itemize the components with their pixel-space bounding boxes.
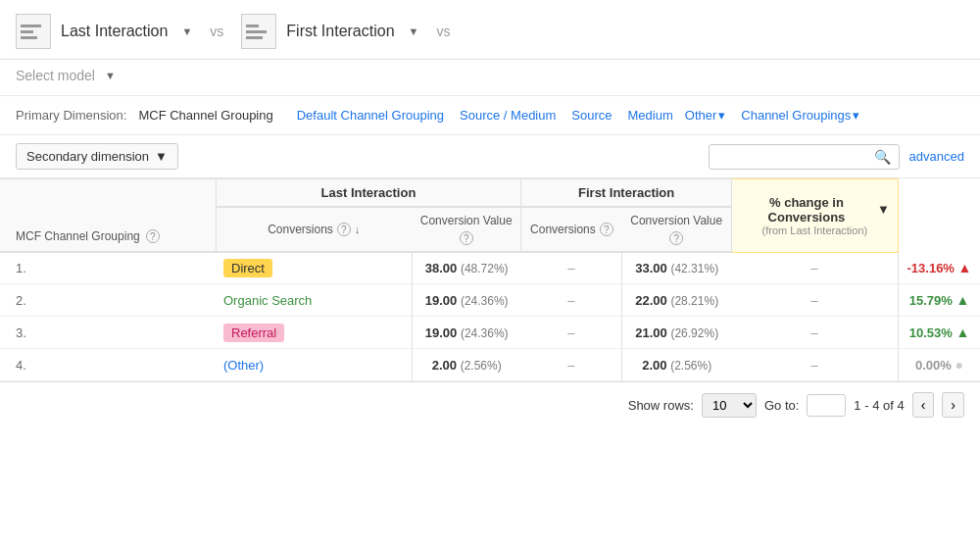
- last-conversions-cell: 19.00 (24.36%): [412, 284, 521, 317]
- vs-label-2: vs: [428, 24, 458, 39]
- last-interaction-title: Last Interaction: [61, 23, 168, 40]
- channel-cell[interactable]: Organic Search: [216, 284, 412, 317]
- secondary-dim-arrow: ▼: [155, 149, 168, 164]
- change-cell: -13.16% ▲: [898, 252, 980, 284]
- channel-groupings-chevron-icon: ▾: [853, 108, 859, 123]
- last-conversion-value-cell: –: [521, 252, 622, 284]
- row-index: 3.: [0, 317, 216, 349]
- first-conv-value-label: Conversion Value: [630, 214, 722, 227]
- channel-label: Direct: [223, 259, 272, 277]
- channel-label: Referral: [223, 324, 284, 342]
- prev-page-button[interactable]: ‹: [912, 392, 935, 418]
- last-conversions-label: Conversions: [268, 223, 333, 236]
- secondary-dim-label: Secondary dimension: [26, 149, 149, 164]
- goto-label: Go to:: [764, 398, 799, 413]
- select-model-text: Select model: [16, 68, 95, 83]
- first-conversion-value-cell: –: [731, 317, 898, 349]
- data-table: MCF Channel Grouping ? Last Interaction …: [0, 178, 980, 381]
- last-conversions-cell: 38.00 (48.72%): [412, 252, 521, 284]
- last-interaction-icon: [16, 14, 51, 49]
- first-conversion-value-cell: –: [731, 284, 898, 317]
- first-conversions-cell: 2.00 (2.56%): [622, 349, 732, 381]
- pagination-row: Show rows: 102550100 Go to: 1 1 - 4 of 4…: [0, 381, 980, 427]
- channel-label: Organic Search: [223, 293, 312, 308]
- goto-input[interactable]: 1: [807, 394, 846, 417]
- dim-link-channel-groupings[interactable]: Channel Groupings ▾: [741, 108, 859, 123]
- mcf-help-icon[interactable]: ?: [146, 229, 160, 243]
- last-conversions-cell: 2.00 (2.56%): [412, 349, 521, 381]
- first-conversions-cell: 33.00 (42.31%): [622, 252, 732, 284]
- select-model-dropdown-arrow[interactable]: ▼: [105, 70, 116, 81]
- select-model-row: Select model ▼: [0, 60, 980, 96]
- change-cell: 15.79% ▲: [898, 284, 980, 317]
- change-cell: 0.00% ●: [898, 349, 980, 381]
- last-conv-help-icon[interactable]: ?: [337, 223, 351, 236]
- first-conv-value-help-icon[interactable]: ?: [669, 231, 683, 245]
- channel-cell[interactable]: Referral: [216, 317, 412, 349]
- last-conv-value-help-icon[interactable]: ?: [460, 231, 473, 245]
- advanced-link[interactable]: advanced: [909, 149, 964, 164]
- from-last-label: (from Last Interaction): [740, 225, 890, 236]
- controls-row: Secondary dimension ▼ 🔍 advanced: [0, 135, 980, 178]
- model-comparison-bar: Last Interaction ▼ vs First Interaction …: [0, 0, 980, 60]
- table-row: 4.(Other)2.00 (2.56%)–2.00 (2.56%)–0.00%…: [0, 349, 980, 381]
- primary-dim-active: MCF Channel Grouping: [138, 108, 272, 123]
- secondary-dimension-button[interactable]: Secondary dimension ▼: [16, 143, 178, 170]
- row-index: 2.: [0, 284, 216, 317]
- row-index: 4.: [0, 349, 216, 381]
- last-conversion-value-cell: –: [521, 284, 622, 317]
- page-range-label: 1 - 4 of 4: [854, 398, 904, 413]
- controls-right: 🔍 advanced: [709, 144, 964, 170]
- table-row: 1.Direct38.00 (48.72%)–33.00 (42.31%)–-1…: [0, 252, 980, 284]
- channel-label: (Other): [223, 358, 264, 373]
- primary-dim-label: Primary Dimension:: [16, 108, 126, 123]
- first-conversions-label: Conversions: [530, 223, 596, 236]
- show-rows-select[interactable]: 102550100: [702, 393, 757, 418]
- first-interaction-icon: [241, 14, 276, 49]
- dim-link-source-medium[interactable]: Source / Medium: [456, 106, 560, 125]
- first-conv-help-icon[interactable]: ?: [600, 223, 613, 236]
- channel-cell[interactable]: (Other): [216, 349, 412, 381]
- change-conversions-label: % change in Conversions: [740, 195, 873, 225]
- table-row: 3.Referral19.00 (24.36%)–21.00 (26.92%)–…: [0, 317, 980, 349]
- first-interaction-dropdown[interactable]: ▼: [409, 25, 419, 37]
- change-cell: 10.53% ▲: [898, 317, 980, 349]
- first-conversion-value-cell: –: [731, 252, 898, 284]
- dim-link-source[interactable]: Source: [567, 106, 615, 125]
- search-box[interactable]: 🔍: [709, 144, 900, 170]
- data-table-container: MCF Channel Grouping ? Last Interaction …: [0, 178, 980, 381]
- first-interaction-title: First Interaction: [286, 23, 394, 40]
- mcf-channel-grouping-header: MCF Channel Grouping: [16, 229, 140, 243]
- dim-link-medium[interactable]: Medium: [624, 106, 677, 125]
- first-conversions-cell: 22.00 (28.21%): [622, 284, 732, 317]
- vs-label-1: vs: [202, 24, 231, 39]
- last-interaction-dropdown[interactable]: ▼: [181, 25, 192, 37]
- table-row: 2.Organic Search19.00 (24.36%)–22.00 (28…: [0, 284, 980, 317]
- row-index: 1.: [0, 252, 216, 284]
- search-icon[interactable]: 🔍: [874, 149, 891, 165]
- last-interaction-section-header: Last Interaction: [321, 185, 416, 200]
- first-interaction-section-header: First Interaction: [578, 185, 674, 200]
- primary-dimension-row: Primary Dimension: MCF Channel Grouping …: [0, 96, 980, 135]
- change-dropdown-arrow[interactable]: ▼: [877, 202, 890, 217]
- last-conversion-value-cell: –: [521, 317, 622, 349]
- other-chevron-icon: ▾: [718, 108, 725, 123]
- channel-cell[interactable]: Direct: [216, 252, 412, 284]
- dim-link-other[interactable]: Other ▾: [685, 108, 726, 123]
- first-conversion-value-cell: –: [731, 349, 898, 381]
- last-conv-value-label: Conversion Value: [420, 214, 513, 227]
- search-input[interactable]: [717, 149, 874, 164]
- first-conversions-cell: 21.00 (26.92%): [622, 317, 732, 349]
- show-rows-label: Show rows:: [628, 398, 694, 413]
- sort-arrow-icon[interactable]: ↓: [355, 224, 361, 235]
- dim-link-default-channel[interactable]: Default Channel Grouping: [293, 106, 448, 125]
- last-conversion-value-cell: –: [521, 349, 622, 381]
- next-page-button[interactable]: ›: [942, 392, 964, 418]
- last-conversions-cell: 19.00 (24.36%): [412, 317, 521, 349]
